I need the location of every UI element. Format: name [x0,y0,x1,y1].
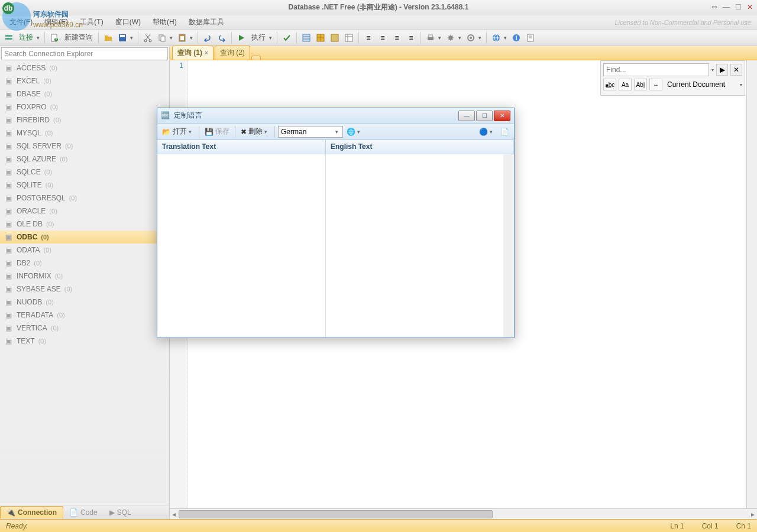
connect-label[interactable]: 连接 [17,33,35,43]
script-button[interactable] [524,31,537,44]
find-word-toggle[interactable]: Ab| [634,79,647,90]
execute-button[interactable] [235,31,248,44]
help-globe-button[interactable] [490,31,503,44]
cut-button[interactable] [141,31,154,44]
copy-dropdown-icon[interactable]: ▾ [170,35,174,41]
connect-button[interactable] [2,31,15,44]
conn-teradata[interactable]: ▣TERADATA (0) [0,309,169,322]
redo-button[interactable] [215,31,228,44]
find-close-button[interactable]: ✕ [730,64,742,76]
indent-button[interactable]: ≡ [405,31,418,44]
conn-db2[interactable]: ▣DB2 (0) [0,257,169,270]
conn-sqlite[interactable]: ▣SQLITE (0) [0,179,169,192]
minimize-button[interactable]: — [720,2,732,12]
execute-label[interactable]: 执行 [249,33,268,43]
conn-informix[interactable]: ▣INFORMIX (0) [0,270,169,283]
restore-horizontal-icon[interactable]: ⇔ [709,2,720,12]
table-grid-button[interactable] [342,31,355,44]
grid1-button[interactable] [300,31,313,44]
tools-button[interactable] [444,31,457,44]
dialog-delete-button[interactable]: ✖删除▾ [238,125,271,138]
conn-sql-azure[interactable]: ▣SQL AZURE (0) [0,153,169,166]
close-button[interactable]: ✕ [744,2,756,12]
print-button[interactable] [424,31,437,44]
conn-sybase-ase[interactable]: ▣SYBASE ASE (0) [0,283,169,296]
find-next-button[interactable]: ▶ [716,64,728,76]
menu-tools[interactable]: 工具(T) [74,15,109,29]
tab-connection[interactable]: 🔌Connection [0,506,63,518]
undo-button[interactable] [201,31,214,44]
new-query-label[interactable]: 新建查询 [62,33,95,43]
conn-vertica[interactable]: ▣VERTICA (0) [0,322,169,335]
execute-dropdown-icon[interactable]: ▾ [269,35,274,41]
conn-odbc[interactable]: ▣ODBC (0) [0,231,169,244]
tab-code[interactable]: 📄Code [63,507,103,518]
copy-button[interactable] [156,31,169,44]
conn-postgresql[interactable]: ▣POSTGRESQL (0) [0,192,169,205]
conn-sqlce[interactable]: ▣SQLCE (0) [0,166,169,179]
dialog-minimize-button[interactable]: — [458,111,475,121]
find-scope-dropdown-icon[interactable]: ▾ [740,82,742,87]
new-query-button[interactable]: + [48,31,61,44]
dialog-open-button[interactable]: 📂打开▾ [160,125,196,138]
find-scope-select[interactable]: Current Document [665,80,737,89]
paste-dropdown-icon[interactable]: ▾ [190,35,195,41]
conn-foxpro[interactable]: ▣FOXPRO (0) [0,100,169,113]
dialog-help-button[interactable]: 🔵▾ [477,126,497,137]
menu-dbtools[interactable]: 数据库工具 [183,15,230,29]
connect-dropdown-icon[interactable]: ▾ [37,35,41,41]
conn-sql-server[interactable]: ▣SQL SERVER (0) [0,140,169,153]
find-regex-toggle[interactable]: a͟bc [603,79,616,90]
menu-file[interactable]: 文件(F) [4,15,38,29]
menu-window[interactable]: 窗口(W) [109,15,147,29]
conn-mysql[interactable]: ▣MYSQL (0) [0,126,169,140]
conn-nuodb[interactable]: ▣NUODB (0) [0,296,169,309]
conn-oracle[interactable]: ▣ORACLE (0) [0,205,169,218]
gear-button[interactable] [464,31,477,44]
dialog-vertical-scrollbar[interactable] [503,154,514,338]
tab-sql[interactable]: ▶SQL [103,507,137,518]
conn-ole-db[interactable]: ▣OLE DB (0) [0,218,169,231]
find-history-dropdown-icon[interactable]: ▾ [711,67,714,73]
new-tab-button[interactable] [251,56,261,60]
editor-horizontal-scrollbar[interactable]: ◂ ▸ [170,508,757,519]
find-case-toggle[interactable]: Aa [619,79,632,90]
paste-button[interactable] [176,31,189,44]
dialog-language-select[interactable]: German▾ [278,126,343,138]
col-english-text[interactable]: English Text [326,140,514,154]
conn-dbase[interactable]: ▣DBASE (0) [0,87,169,100]
dialog-close-button[interactable]: ✕ [494,111,510,121]
editor-vertical-scrollbar[interactable] [746,60,757,508]
maximize-button[interactable]: ☐ [732,2,744,12]
grid3-button[interactable] [328,31,341,44]
conn-odata[interactable]: ▣ODATA (0) [0,244,169,257]
conn-text[interactable]: ▣TEXT (0) [0,335,169,348]
check-button[interactable] [280,31,293,44]
dialog-titlebar[interactable]: 🔤 定制语言 — ☐ ✕ [157,108,514,124]
grid2-button[interactable] [314,31,327,44]
conn-excel[interactable]: ▣EXCEL (0) [0,74,169,87]
indent-left-button[interactable]: ≡ [362,31,375,44]
indent-right-button[interactable]: ≡ [376,31,389,44]
menu-help[interactable]: 帮助(H) [147,15,183,29]
tools-dropdown-icon[interactable]: ▾ [458,35,463,41]
gear-dropdown-icon[interactable]: ▾ [478,35,483,41]
search-connection-input[interactable]: Search Connection Explorer [1,47,168,60]
find-direction-toggle[interactable]: ↔ [649,79,662,90]
save-dropdown-icon[interactable]: ▾ [130,35,135,41]
query-tab-2[interactable]: 查询 (2) [215,46,250,60]
save-button[interactable] [116,31,129,44]
help-dropdown-icon[interactable]: ▾ [504,35,509,41]
dialog-translate-button[interactable]: 🌐▾ [344,126,364,137]
dialog-save-button[interactable]: 💾保存 [202,125,232,138]
query-tab-1[interactable]: 查询 (1)× [172,46,213,60]
conn-firebird[interactable]: ▣FIREBIRD (0) [0,113,169,126]
outdent-button[interactable]: ≡ [390,31,403,44]
open-button[interactable] [102,31,115,44]
conn-access[interactable]: ▣ACCESS (0) [0,61,169,74]
print-dropdown-icon[interactable]: ▾ [438,35,443,41]
col-translation-text[interactable]: Translation Text [157,140,326,154]
dialog-maximize-button[interactable]: ☐ [476,111,493,121]
find-input[interactable] [603,63,709,76]
dialog-export-button[interactable]: 📄 [498,126,512,137]
